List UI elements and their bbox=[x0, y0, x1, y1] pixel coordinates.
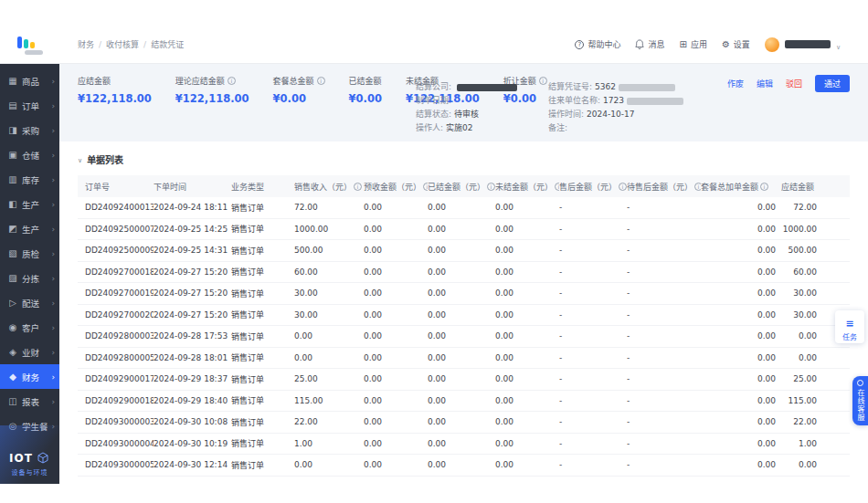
cell-settled: 0.00 bbox=[428, 353, 495, 362]
table-row[interactable]: DD24092800003 2024-09-28 17:53 销售订单 0.00… bbox=[78, 326, 850, 348]
sidebar-item-label: 订单 bbox=[22, 100, 48, 112]
info-label: 结算公司: bbox=[416, 82, 451, 92]
cell-pending-aftersale: - bbox=[627, 267, 701, 277]
sidebar-item-icon: ◩ bbox=[7, 224, 18, 234]
cell-order-no: DD24092900017 bbox=[78, 374, 153, 383]
sidebar-item-icon: ◨ bbox=[7, 125, 18, 135]
sidebar-item[interactable]: ▷ 配送 bbox=[0, 290, 59, 315]
stat-card: 应结金额 ¥122,118.00 bbox=[78, 75, 152, 105]
nav-settings[interactable]: 设置 bbox=[722, 38, 750, 50]
table-row[interactable]: DD24092700020 2024-09-27 15:20 销售订单 30.0… bbox=[78, 305, 850, 327]
sidebar-item[interactable]: ▦ 商品 bbox=[0, 68, 59, 93]
cell-prepaid: 0.00 bbox=[364, 288, 428, 298]
cell-order-no: DD24093000004 bbox=[78, 439, 153, 448]
cell-due-amount: 1000.00 bbox=[781, 225, 822, 234]
table-row[interactable]: DD24092500009 2024-09-25 14:31 销售订单 500.… bbox=[78, 240, 850, 262]
table-row[interactable]: DD24092900018 2024-09-29 18:40 销售订单 115.… bbox=[78, 391, 850, 413]
sidebar-item[interactable]: ◨ 采购 bbox=[0, 118, 59, 142]
column-header: 下单时间 bbox=[153, 181, 231, 193]
table-row[interactable]: DD24092900017 2024-09-29 18:37 销售订单 25.0… bbox=[78, 369, 850, 391]
table-row[interactable]: DD24092400013 2024-09-24 18:11 销售订单 72.0… bbox=[78, 197, 850, 219]
info-icon[interactable] bbox=[694, 183, 701, 191]
iot-logo: IOT 设备与环境 bbox=[0, 451, 59, 477]
sidebar-item[interactable]: ▥ 库存 bbox=[0, 167, 59, 192]
cell-order-no: DD24092800005 bbox=[78, 353, 153, 362]
info-field: 结算状态: 待审核 bbox=[416, 110, 517, 120]
table-row[interactable]: DD24093000004 2024-09-30 10:19 销售订单 1.00… bbox=[78, 434, 850, 456]
cell-aftersale: - bbox=[559, 353, 627, 362]
sidebar-item[interactable]: ◧ 生产 bbox=[0, 192, 59, 216]
sidebar-item-label: 商品 bbox=[22, 75, 48, 88]
info-icon[interactable] bbox=[487, 183, 495, 191]
column-label: 售后金额（元） bbox=[559, 181, 617, 193]
info-icon[interactable] bbox=[317, 77, 325, 85]
table-row[interactable]: DD24093000003 2024-09-30 10:08 销售订单 22.0… bbox=[78, 412, 850, 434]
cell-aftersale: - bbox=[559, 417, 627, 426]
cell-aftersale: - bbox=[559, 267, 627, 277]
stat-label: 套餐总金额 bbox=[273, 75, 314, 87]
sidebar-item[interactable]: ▧ 质检 bbox=[0, 241, 59, 266]
cell-aftersale: - bbox=[559, 310, 627, 320]
info-field: 操作时间: 2024-10-17 bbox=[548, 110, 683, 120]
info-label: 操作时间: bbox=[548, 110, 584, 120]
sidebar-item[interactable]: ▤ 订单 bbox=[0, 93, 59, 118]
section-title-row[interactable]: 单据列表 bbox=[78, 152, 850, 166]
table-row[interactable]: DD24092500007 2024-09-25 14:25 销售订单 1000… bbox=[78, 219, 850, 241]
sidebar-item[interactable]: ◆ 财务 bbox=[0, 364, 59, 389]
info-icon[interactable] bbox=[760, 183, 768, 191]
sidebar-item-label: 质检 bbox=[22, 247, 48, 260]
cell-pending-aftersale: - bbox=[627, 331, 701, 341]
service-ribbon-button[interactable]: 在线客服 bbox=[852, 376, 868, 425]
cell-due-amount: 500.00 bbox=[781, 246, 822, 255]
info-column-right: 结算凭证号: 5362 往来单位名称: 1723 操作时间: 2024-10-1… bbox=[548, 82, 683, 133]
nav-help-center[interactable]: 帮助中心 bbox=[575, 38, 620, 50]
breadcrumb-item: 结款凭证 bbox=[139, 38, 184, 50]
sidebar-item[interactable]: ◈ 业财 bbox=[0, 340, 59, 364]
sidebar-item[interactable]: ▣ 仓储 bbox=[0, 142, 59, 167]
action-button[interactable]: 通过 bbox=[815, 75, 850, 92]
cell-order-no: DD24093000003 bbox=[78, 417, 153, 426]
chevron-right-icon bbox=[51, 298, 55, 308]
cell-unsettled: 0.00 bbox=[495, 417, 559, 426]
sidebar-item[interactable]: ▨ 分拣 bbox=[0, 266, 59, 290]
cell-unsettled: 0.00 bbox=[495, 267, 559, 277]
info-value: 5362 bbox=[595, 82, 616, 92]
table-row[interactable]: DD24092700019 2024-09-27 15:20 销售订单 30.0… bbox=[78, 283, 850, 305]
sidebar-item[interactable]: ◩ 生产 bbox=[0, 216, 59, 241]
sidebar-item-label: 库存 bbox=[22, 173, 48, 186]
user-menu[interactable] bbox=[765, 36, 841, 53]
info-label: 往来单位名称: bbox=[548, 96, 600, 106]
stat-card: 套餐总金额 ¥0.00 bbox=[273, 75, 325, 105]
cell-biz-type: 销售订单 bbox=[231, 373, 294, 385]
cell-order-time: 2024-09-30 12:14 bbox=[153, 460, 231, 469]
info-icon[interactable] bbox=[228, 77, 236, 85]
action-button[interactable]: 驳回 bbox=[786, 78, 802, 89]
cell-biz-type: 销售订单 bbox=[231, 309, 294, 320]
cell-settled: 0.00 bbox=[428, 267, 495, 277]
breadcrumb-item[interactable]: 收付核算 bbox=[94, 38, 139, 50]
column-header: 售后金额（元） bbox=[559, 181, 627, 193]
cell-biz-type: 销售订单 bbox=[231, 416, 294, 428]
info-icon[interactable] bbox=[354, 183, 362, 191]
action-button[interactable]: 编辑 bbox=[757, 78, 773, 89]
info-value: 实施02 bbox=[446, 123, 472, 133]
table-row[interactable]: DD24093000005 2024-09-30 12:14 销售订单 0.00… bbox=[78, 455, 850, 477]
info-icon[interactable] bbox=[619, 183, 627, 191]
action-button[interactable]: 作废 bbox=[727, 78, 744, 89]
info-value: 待审核 bbox=[454, 110, 479, 120]
cell-pending-aftersale: - bbox=[627, 203, 701, 212]
sidebar-item[interactable]: ◉ 客户 bbox=[0, 315, 59, 340]
cell-order-no: DD24092700018 bbox=[78, 267, 153, 277]
cell-prepaid: 0.00 bbox=[364, 225, 428, 234]
breadcrumb-item[interactable]: 财务 bbox=[78, 38, 94, 50]
chevron-right-icon bbox=[51, 224, 55, 234]
table-row[interactable]: DD24092800005 2024-09-28 18:01 销售订单 0.00… bbox=[78, 348, 850, 370]
nav-messages[interactable]: 消息 bbox=[635, 38, 664, 50]
cell-order-time: 2024-09-30 10:19 bbox=[153, 439, 231, 448]
sidebar-item[interactable]: ◫ 报表 bbox=[0, 389, 59, 414]
nav-apps[interactable]: 应用 bbox=[679, 38, 706, 50]
table-row[interactable]: DD24092700018 2024-09-27 15:20 销售订单 60.0… bbox=[78, 262, 850, 284]
cell-prepaid: 0.00 bbox=[364, 310, 428, 320]
task-float-button[interactable]: 任务 bbox=[835, 310, 864, 343]
column-header: 未结金额（元） bbox=[495, 181, 559, 193]
